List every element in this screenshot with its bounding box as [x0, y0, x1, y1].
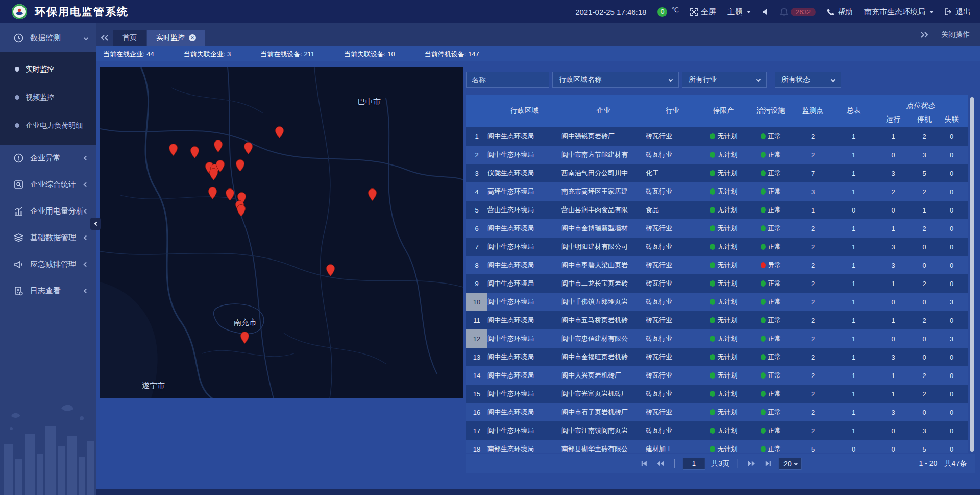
table-row[interactable]: 11阆中生态环境局阆中市五马桥页岩机砖砖瓦行业无计划正常21120: [466, 311, 968, 329]
sidebar-item-enterprise-statistics[interactable]: 企业综合统计: [0, 171, 96, 198]
map-pin[interactable]: [326, 264, 335, 276]
first-page-button[interactable]: [639, 459, 649, 469]
temperature-indicator: 0 ℃: [657, 7, 679, 17]
table-row[interactable]: 14阆中生态环境局阆中大兴页岩机砖厂砖瓦行业无计划正常21120: [466, 366, 968, 385]
map-panel[interactable]: 巴中市南充市遂宁市: [100, 67, 463, 398]
map-pin[interactable]: [368, 188, 377, 201]
table-row[interactable]: 6阆中生态环境局阆中市金博瑞新型墙材砖瓦行业无计划正常21120: [466, 219, 968, 238]
map-city-label: 巴中市: [358, 97, 381, 107]
mute-button[interactable]: [762, 8, 769, 15]
table-row[interactable]: 13阆中生态环境局阆中市金福旺页岩机砖砖瓦行业无计划正常21300: [466, 348, 968, 366]
org-menu[interactable]: 南充市生态环境局: [864, 7, 934, 17]
cell-row-number: 8: [466, 256, 487, 274]
status-dot: [761, 354, 766, 360]
map-pin[interactable]: [226, 188, 234, 201]
table-row[interactable]: 7阆中生态环境局阆中明阳建材有限公司砖瓦行业无计划正常21300: [466, 238, 968, 256]
sidebar-item-enterprise-abnormal[interactable]: 企业异常: [0, 145, 96, 171]
cell-monitor-points: 2: [794, 146, 832, 164]
sidebar-item-emergency-reduction[interactable]: 应急减排管理: [0, 251, 96, 277]
tab-realtime-monitoring[interactable]: 实时监控 ✕: [147, 30, 205, 46]
status-dot: [761, 133, 766, 139]
cell-limit-production: 无计划: [699, 274, 748, 293]
table-row[interactable]: 3仪陇生态环境局西南油气田分公司川中化工无计划正常71350: [466, 164, 968, 182]
table-row[interactable]: 15阆中生态环境局阆中市光富页岩机砖厂砖瓦行业无计划正常21120: [466, 385, 968, 403]
table-row[interactable]: 17阆中生态环境局阆中市江南镇阆南页岩砖瓦行业无计划正常21030: [466, 421, 968, 440]
status-dot: [761, 336, 766, 342]
sidebar-item-video-monitoring[interactable]: 视频监控: [0, 83, 96, 111]
table-row[interactable]: 2阆中生态环境局阆中市南方节能建材有砖瓦行业无计划正常21030: [466, 146, 968, 164]
cell-row-number: 14: [466, 366, 487, 385]
tab-home[interactable]: 首页: [113, 30, 146, 46]
page-size-select[interactable]: 20: [779, 458, 802, 470]
cell-limit-production: 无计划: [699, 385, 748, 403]
cell-industry: 砖瓦行业: [646, 256, 699, 274]
map-pin[interactable]: [190, 146, 199, 158]
tabs-scroll-left-button[interactable]: [96, 30, 113, 46]
phone-icon: [827, 8, 835, 16]
layers-icon: [14, 233, 23, 243]
sidebar-item-realtime-monitoring[interactable]: 实时监控: [0, 55, 96, 83]
cell-total-meters: 1: [832, 385, 875, 403]
map-pin[interactable]: [209, 168, 218, 180]
region-filter-select[interactable]: 行政区域名称: [552, 72, 679, 88]
cell-region: 阆中生态环境局: [487, 348, 561, 366]
notifications-button[interactable]: 2632: [780, 8, 816, 16]
map-pin[interactable]: [240, 332, 249, 344]
sidebar-item-data-monitoring[interactable]: 数据监测: [0, 23, 96, 52]
table-row[interactable]: 4高坪生态环境局南充市高坪区王家店建砖瓦行业无计划正常31220: [466, 182, 968, 201]
table-row[interactable]: 5营山生态环境局营山县润丰肉食品有限食品无计划正常10010: [466, 201, 968, 219]
map-pin[interactable]: [214, 140, 223, 152]
table-row[interactable]: 16阆中生态环境局阆中市石子页岩机砖厂砖瓦行业无计划正常21300: [466, 403, 968, 421]
cell-company: 阆中市光富页岩机砖厂: [561, 385, 646, 403]
fullscreen-button[interactable]: 全屏: [690, 7, 716, 17]
table-row[interactable]: 9阆中生态环境局阆中市二龙长宝页岩砖砖瓦行业无计划正常21120: [466, 274, 968, 293]
table-row[interactable]: 1阆中生态环境局阆中强锐页岩砖厂砖瓦行业无计划正常21120: [466, 127, 968, 146]
map-pin[interactable]: [244, 142, 253, 154]
sidebar-item-power-load-detail[interactable]: 企业电力负荷明细: [0, 111, 96, 139]
page-input[interactable]: [682, 458, 705, 470]
prev-page-button[interactable]: [655, 459, 666, 469]
map-pin[interactable]: [236, 159, 244, 172]
cell-lost: 0: [938, 421, 966, 440]
map-pin[interactable]: [237, 204, 246, 217]
name-filter-input[interactable]: [466, 72, 549, 88]
status-dot: [761, 170, 766, 176]
chevron-left-icon: [84, 235, 89, 240]
cell-running: 0: [875, 329, 911, 348]
last-page-button[interactable]: [763, 459, 773, 469]
cell-running: 1: [875, 274, 911, 293]
map-pin[interactable]: [169, 144, 178, 156]
sidebar-item-log-view[interactable]: 日志查看: [0, 277, 96, 304]
cell-total-meters: 1: [832, 127, 875, 146]
map-pin[interactable]: [208, 187, 217, 199]
cell-running: 3: [875, 403, 911, 421]
tab-close-icon[interactable]: ✕: [189, 34, 196, 41]
sidebar-item-base-data[interactable]: 基础数据管理: [0, 224, 96, 251]
industry-filter-select[interactable]: 所有行业: [682, 72, 767, 88]
cell-total-meters: 0: [832, 440, 875, 453]
help-button[interactable]: 帮助: [827, 7, 853, 17]
col-industry: 行业: [646, 95, 699, 127]
table-row[interactable]: 12阆中生态环境局阆中市忠信建材有限公砖瓦行业无计划正常21003: [466, 329, 968, 348]
cell-stopped: 2: [911, 311, 938, 329]
theme-button[interactable]: 主题: [727, 7, 751, 17]
cell-pollution-facility: 正常: [748, 127, 794, 146]
cell-monitor-points: 7: [794, 164, 832, 182]
table-scrollbar[interactable]: [970, 97, 974, 452]
close-operations-button[interactable]: 关闭操作: [941, 30, 970, 39]
double-chevron-right-icon[interactable]: [921, 32, 928, 38]
status-dot: [710, 391, 715, 397]
next-page-button[interactable]: [746, 459, 756, 469]
bullet-dot-icon: [15, 95, 19, 100]
cell-stopped: 0: [911, 348, 938, 366]
map-pin[interactable]: [275, 126, 284, 138]
logout-button[interactable]: 退出: [945, 7, 971, 17]
table-row[interactable]: 8阆中生态环境局阆中市枣碧大梁山页岩砖瓦行业无计划异常21300: [466, 256, 968, 274]
cell-lost: 0: [938, 385, 966, 403]
collapse-sidebar-button[interactable]: [90, 218, 101, 230]
cell-industry: 砖瓦行业: [646, 127, 699, 146]
status-filter-select[interactable]: 所有状态: [775, 72, 841, 88]
table-row[interactable]: 18南部生态环境局南部县砌华土砖有限公建材加工无计划正常50050: [466, 440, 968, 453]
table-row[interactable]: 10阆中生态环境局阆中千佛镇五郎垭页岩砖瓦行业无计划正常21003: [466, 293, 968, 311]
sidebar-item-power-analysis[interactable]: 企业用电量分析: [0, 198, 96, 224]
